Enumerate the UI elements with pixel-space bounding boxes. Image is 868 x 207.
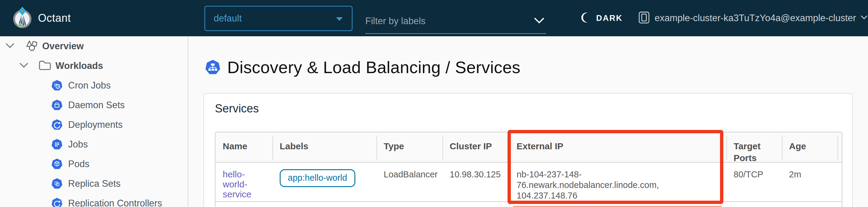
column-header-type[interactable]: Type [376, 132, 442, 164]
sidebar-item-label: Replica Sets [68, 178, 121, 189]
main-content: Discovery & Load Balancing / Services Se… [189, 36, 868, 207]
cron-jobs-icon [51, 80, 63, 91]
cluster-icon [638, 11, 650, 25]
chevron-down-icon [861, 16, 867, 21]
column-header-external-ip[interactable]: External IP [509, 132, 726, 164]
cell-spacer [838, 162, 849, 201]
label-filter-input[interactable] [365, 16, 534, 27]
sidebar-item-label: Workloads [56, 60, 103, 71]
caret-down-icon [336, 13, 343, 24]
theme-toggle-button[interactable]: DARK [581, 11, 623, 25]
cell-name: hello-world-service [216, 162, 273, 201]
sidebar-item-label: Daemon Sets [68, 100, 125, 111]
sidebar-item-label: Pods [68, 159, 90, 170]
top-navbar: Octant default DARK example-cluster-ka3T… [0, 0, 868, 36]
jobs-icon [51, 139, 63, 150]
page-header: Discovery & Load Balancing / Services [205, 57, 521, 77]
cluster-context-label: example-cluster-ka3TuTzYo4a@example-clus… [655, 13, 856, 24]
namespace-select-value: default [214, 13, 242, 24]
cell-type: LoadBalancer [376, 162, 442, 201]
column-header-age[interactable]: Age [782, 132, 838, 164]
sidebar-item-label: Jobs [68, 139, 88, 150]
column-header-spacer [838, 132, 849, 164]
column-header-cluster-ip[interactable]: Cluster IP [442, 132, 509, 164]
sidebar-item-overview[interactable]: Overview [0, 36, 188, 56]
objects-icon [25, 40, 38, 53]
sidebar-nav: Overview Workloads Cron Jobs [0, 36, 188, 207]
cell-cluster-ip: 10.98.30.125 [442, 162, 509, 201]
services-table: Name Labels Type Cluster IP External IP … [215, 132, 842, 207]
label-badge[interactable]: app:hello-world [280, 169, 355, 187]
sidebar-item-label: Cron Jobs [68, 80, 111, 91]
cell-external-ip: nb-104-237-148-76.newark.nodebalancer.li… [509, 162, 726, 201]
sidebar-item-pods[interactable]: Pods [0, 154, 188, 174]
table-next-row-partial [216, 202, 842, 207]
column-header-target-ports[interactable]: Target Ports [726, 132, 782, 164]
sidebar-item-label: Deployments [68, 119, 123, 130]
moon-icon [581, 11, 592, 25]
cell-labels: app:hello-world [273, 162, 376, 201]
sidebar-item-replica-sets[interactable]: Replica Sets [0, 174, 188, 193]
sidebar-item-workloads[interactable]: Workloads [0, 56, 188, 76]
folder-icon [38, 60, 51, 72]
deployments-icon [51, 119, 63, 131]
pods-icon [51, 158, 63, 170]
page-title: Discovery & Load Balancing / Services [227, 57, 521, 77]
sidebar-item-cron-jobs[interactable]: Cron Jobs [0, 76, 188, 95]
table-header-row: Name Labels Type Cluster IP External IP … [216, 132, 842, 162]
cluster-selector[interactable]: example-cluster-ka3TuTzYo4a@example-clus… [638, 10, 867, 26]
services-icon [205, 59, 221, 76]
services-table-wrap: Name Labels Type Cluster IP External IP … [215, 132, 841, 207]
sidebar-item-replication-controllers[interactable]: Replication Controllers [0, 193, 188, 207]
namespace-select[interactable]: default [204, 6, 352, 31]
chevron-down-icon[interactable] [534, 18, 544, 25]
card-title: Services [215, 102, 841, 115]
app-title: Octant [38, 12, 71, 24]
octant-logo-icon [12, 6, 33, 30]
table-row: hello-world-service app:hello-world Load… [216, 162, 842, 202]
octant-brand[interactable]: Octant [12, 6, 93, 30]
label-filter [365, 9, 546, 34]
daemon-sets-icon [51, 99, 63, 111]
sidebar-item-label: Replication Controllers [68, 198, 162, 207]
sidebar-item-label: Overview [42, 41, 84, 52]
cell-age: 2m [782, 162, 838, 201]
theme-toggle-label: DARK [596, 14, 623, 23]
services-card: Services Name Labels Type Cluster IP Ext… [204, 93, 853, 207]
replication-controllers-icon [51, 198, 63, 207]
sidebar-item-jobs[interactable]: Jobs [0, 134, 188, 154]
column-header-name[interactable]: Name [216, 132, 273, 164]
sidebar-item-daemon-sets[interactable]: Daemon Sets [0, 95, 188, 115]
chevron-down-icon[interactable] [5, 43, 14, 50]
sidebar-item-deployments[interactable]: Deployments [0, 115, 188, 134]
cell-target-ports: 80/TCP [726, 162, 782, 201]
service-link[interactable]: hello-world-service [223, 169, 268, 199]
replica-sets-icon [51, 178, 63, 189]
chevron-down-icon[interactable] [19, 62, 28, 69]
column-header-labels[interactable]: Labels [273, 132, 376, 164]
